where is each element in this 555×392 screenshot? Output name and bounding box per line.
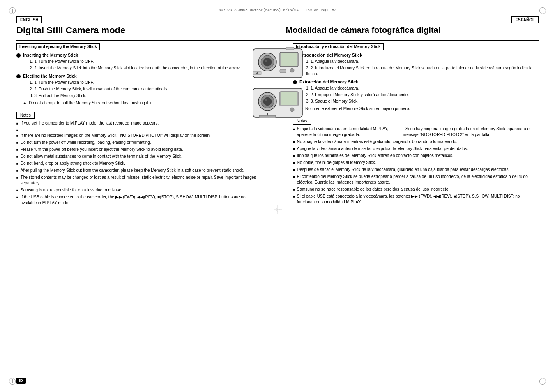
- svg-point-7: [265, 60, 267, 62]
- spanish-notes-list: Si ajusta la videocámara en la modalidad…: [293, 126, 539, 205]
- file-metadata: 00792D SCD903 US+ESP(64~108) 6/16/04 11:…: [16, 8, 539, 12]
- list-item: ■ If there are no recorded images on the…: [16, 127, 262, 138]
- list-item: Apague la videocámara antes de insertar …: [293, 146, 539, 152]
- english-ejecting-title: Ejecting the Memory Stick: [16, 74, 262, 78]
- list-item: 2. Introduzca el Memory Stick en la ranu…: [306, 65, 539, 77]
- page-number: 82: [16, 378, 26, 384]
- svg-rect-23: [281, 92, 297, 105]
- spanish-ejecting-title: Extracción del Memory Stick: [293, 79, 539, 84]
- spanish-ejecting-list: 1. Apague la videocámara. 2. Empuje el M…: [299, 85, 539, 104]
- english-ejecting-section: Ejecting the Memory Stick 1. Turn the Po…: [16, 74, 262, 106]
- bullet-circle-icon: [16, 74, 21, 78]
- reg-mark-tr: [539, 7, 546, 14]
- list-item: Después de sacar el Memory Stick de la v…: [293, 167, 539, 173]
- spanish-ejecting-diamond: ✦ No intente extraer el Memory Stick sin…: [299, 106, 539, 112]
- spanish-inserting-section: Introducción del Memory Stick 1. Apague …: [293, 53, 539, 77]
- svg-point-18: [263, 97, 272, 106]
- list-item: No doble, tire ni dé golpes al Memory St…: [293, 160, 539, 166]
- english-inserting-section: Inserting the Memory Stick 1. Turn the P…: [16, 53, 262, 71]
- main-content: Inserting and ejecting the Memory Stick …: [16, 40, 539, 210]
- spanish-badge: ESPAÑOL: [511, 16, 539, 23]
- camera-images-area: [267, 41, 288, 210]
- list-item: The stored contents may be changed or lo…: [16, 175, 262, 186]
- list-item: 3. Saque el Memory Stick.: [306, 99, 539, 104]
- list-item: Samsung is not responsible for data loss…: [16, 187, 262, 193]
- list-item: Do not allow metal substances to come in…: [16, 154, 262, 159]
- list-item: Impida que los terminales del Memory Sti…: [293, 153, 539, 159]
- english-title: Digital Still Camera mode: [16, 25, 269, 36]
- english-column: Inserting and ejecting the Memory Stick …: [16, 41, 267, 210]
- list-item: If you set the camcorder to M.PLAY mode,…: [16, 120, 262, 126]
- english-ejecting-list: 1. Turn the Power switch to OFF. 2. Push…: [23, 80, 262, 99]
- list-item: 1. Turn the Power switch to OFF.: [30, 80, 262, 85]
- svg-point-24: [290, 108, 294, 112]
- svg-rect-9: [281, 53, 297, 66]
- spanish-header: ESPAÑOL Modalidad de cámara fotográfica …: [278, 16, 539, 40]
- list-item: Si el cable USB está conectado a la vide…: [293, 194, 539, 205]
- list-item: Do not bend, drop or apply strong shock …: [16, 161, 262, 166]
- reg-mark-bl: [9, 378, 16, 385]
- list-item: El contenido del Memory Stick se puede e…: [293, 174, 539, 185]
- list-item: If the USB cable is connected to the cam…: [16, 194, 262, 206]
- svg-rect-12: [286, 47, 294, 50]
- spanish-title: Modalidad de cámara fotográfica digital: [286, 25, 539, 35]
- list-item: After pulling the Memory Stick out from …: [16, 168, 262, 173]
- header-section: ENGLISH Digital Still Camera mode ESPAÑO…: [16, 16, 539, 40]
- english-section-heading: Inserting and ejecting the Memory Stick: [16, 43, 100, 50]
- list-item: Do not turn the power off while recordin…: [16, 140, 262, 145]
- diamond-icon: ✦: [23, 100, 27, 106]
- reg-mark-tl: [9, 7, 16, 14]
- list-item: Samsung no se hace responsable de los da…: [293, 187, 539, 192]
- english-notes-list: If you set the camcorder to M.PLAY mode,…: [16, 120, 262, 138]
- list-item: 1. Apague la videocámara.: [306, 85, 539, 91]
- english-inserting-title: Inserting the Memory Stick: [16, 53, 262, 58]
- english-notes-box: Notes: [16, 112, 35, 119]
- page-container: 00792D SCD903 US+ESP(64~108) 6/16/04 11:…: [0, 0, 555, 392]
- spanish-column: Introducción y extracción del Memory Sti…: [288, 41, 539, 210]
- sub-bullet-item: Si no hay ninguna imagen grabada en el M…: [403, 126, 539, 138]
- list-item: No apague la videocámara mientras esté g…: [293, 139, 539, 145]
- spanish-inserting-list: 1. Apague la videocámara. 2. Introduzca …: [299, 59, 539, 77]
- list-item: 3. Pull out the Memory Stick.: [30, 93, 262, 99]
- svg-rect-11: [280, 69, 286, 73]
- english-ejecting-diamond: ✦ Do not attempt to pull the Memory Stic…: [23, 100, 262, 106]
- list-item: 2. Empuje el Memory Stick y saldrá autom…: [306, 92, 539, 98]
- list-item: 2. Insert the Memory Stick into the Memo…: [30, 65, 262, 71]
- camera-image-top: [251, 45, 304, 82]
- list-item: 2. Push the Memory Stick, it will move o…: [30, 86, 262, 92]
- english-badge: ENGLISH: [16, 16, 42, 23]
- svg-point-19: [265, 99, 267, 101]
- english-notes-list-2: Do not turn the power off while recordin…: [16, 140, 262, 206]
- list-item: Please turn the power off before you ins…: [16, 147, 262, 152]
- list-item: 1. Apague la videocámara.: [306, 59, 539, 65]
- camera-image-bottom: [251, 84, 304, 121]
- spanish-ejecting-section: Extracción del Memory Stick 1. Apague la…: [293, 79, 539, 112]
- svg-point-6: [263, 58, 272, 66]
- spanish-inserting-title: Introducción del Memory Stick: [293, 53, 539, 58]
- list-item: 1. Turn the Power switch to OFF.: [30, 59, 262, 65]
- spanish-section-heading: Introducción y extracción del Memory Sti…: [293, 43, 384, 50]
- bullet-circle-icon: [16, 53, 21, 58]
- svg-point-10: [290, 68, 294, 72]
- english-header: ENGLISH Digital Still Camera mode: [16, 16, 278, 40]
- reg-mark-br: [539, 378, 546, 385]
- english-inserting-list: 1. Turn the Power switch to OFF. 2. Inse…: [23, 59, 262, 71]
- list-item: Si ajusta la videocámara en la modalidad…: [293, 126, 539, 138]
